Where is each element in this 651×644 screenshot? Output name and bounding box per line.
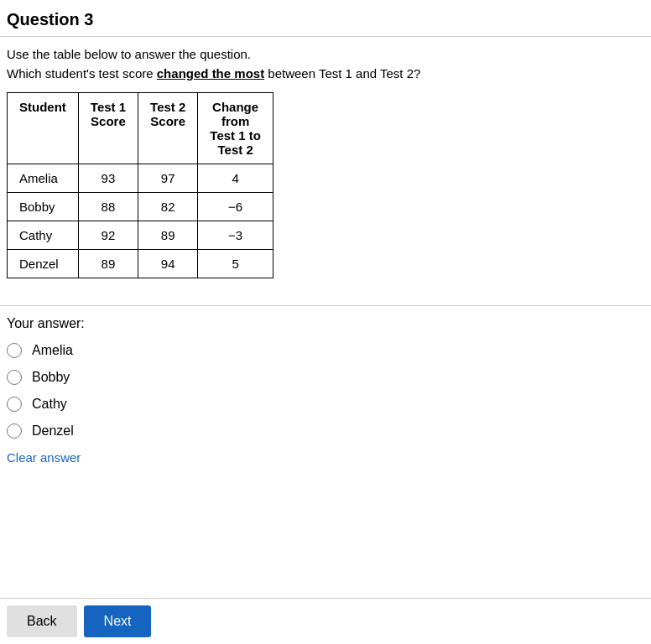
table-row: Bobby 88 82 −6 <box>8 193 273 221</box>
question-title: Question 3 <box>7 10 93 29</box>
radio-option-cathy[interactable]: Cathy <box>7 397 644 412</box>
question-text-before: Which student's test score <box>7 66 157 80</box>
answer-section: Your answer: Amelia Bobby Cathy Denzel C… <box>0 305 651 485</box>
col-header-test1: Test 1Score <box>78 93 138 164</box>
question-body: Use the table below to answer the questi… <box>0 37 651 305</box>
cell-test1-2: 92 <box>78 221 138 250</box>
col-header-test2: Test 2Score <box>138 93 198 164</box>
cell-student-0: Amelia <box>8 164 79 193</box>
cell-test2-3: 94 <box>138 250 198 278</box>
question-text-after: between Test 1 and Test 2? <box>264 66 420 80</box>
col-header-student: Student <box>8 93 79 164</box>
radio-label-bobby: Bobby <box>32 370 70 385</box>
cell-student-2: Cathy <box>8 221 79 250</box>
nav-buttons: Back Next <box>0 598 651 644</box>
table-row: Cathy 92 89 −3 <box>8 221 273 250</box>
radio-label-denzel: Denzel <box>32 423 74 439</box>
cell-change-0: 4 <box>198 164 273 193</box>
radio-input-denzel[interactable] <box>7 423 22 439</box>
question-text-emphasis: changed the most <box>157 66 264 80</box>
cell-student-1: Bobby <box>8 193 79 221</box>
cell-change-2: −3 <box>198 221 273 250</box>
cell-test1-1: 88 <box>78 193 138 221</box>
back-button[interactable]: Back <box>7 605 77 637</box>
cell-change-1: −6 <box>198 193 273 221</box>
question-header: Question 3 <box>0 0 651 37</box>
radio-option-amelia[interactable]: Amelia <box>7 343 644 358</box>
table-row: Amelia 93 97 4 <box>8 164 273 193</box>
radio-label-cathy: Cathy <box>32 397 67 412</box>
radio-label-amelia: Amelia <box>32 343 73 358</box>
radio-option-denzel[interactable]: Denzel <box>7 423 644 439</box>
question-text: Which student's test score changed the m… <box>7 66 644 80</box>
radio-input-amelia[interactable] <box>7 343 22 358</box>
clear-answer-button[interactable]: Clear answer <box>7 450 81 465</box>
radio-option-bobby[interactable]: Bobby <box>7 370 644 385</box>
cell-change-3: 5 <box>198 250 273 278</box>
next-button[interactable]: Next <box>84 605 152 637</box>
cell-test2-2: 89 <box>138 221 198 250</box>
cell-test1-3: 89 <box>78 250 138 278</box>
cell-test2-1: 82 <box>138 193 198 221</box>
cell-student-3: Denzel <box>8 250 79 278</box>
cell-test1-0: 93 <box>78 164 138 193</box>
cell-test2-0: 97 <box>138 164 198 193</box>
radio-input-bobby[interactable] <box>7 370 22 385</box>
table-row: Denzel 89 94 5 <box>8 250 273 278</box>
data-table: Student Test 1Score Test 2Score Changefr… <box>7 92 273 278</box>
col-header-change: ChangefromTest 1 toTest 2 <box>198 93 273 164</box>
instruction-text: Use the table below to answer the questi… <box>7 47 644 61</box>
your-answer-label: Your answer: <box>7 316 644 331</box>
radio-input-cathy[interactable] <box>7 397 22 412</box>
